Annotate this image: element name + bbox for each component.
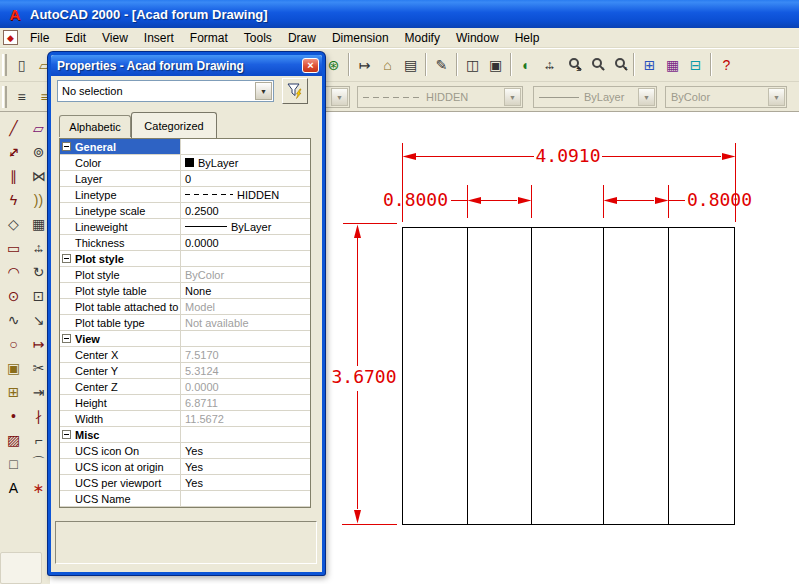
dim-left-label[interactable]: 0.8000: [383, 189, 448, 210]
property-value[interactable]: [181, 331, 310, 346]
break-icon[interactable]: ∤: [27, 404, 50, 427]
property-value[interactable]: Yes: [181, 475, 310, 490]
collapse-icon[interactable]: [62, 254, 71, 263]
plotstyle-control-combo[interactable]: ByColor ▼: [665, 86, 787, 108]
properties-dialog-titlebar[interactable]: Properties - Acad forum Drawing ×: [51, 55, 322, 76]
collapse-icon[interactable]: [62, 430, 71, 439]
array-icon[interactable]: ▦: [27, 212, 50, 235]
property-row-plot-style[interactable]: Plot styleByColor: [60, 267, 310, 283]
quick-dimension-icon[interactable]: ↦: [353, 53, 376, 76]
erase-icon[interactable]: ▱: [27, 116, 50, 139]
property-row-linetype-scale[interactable]: Linetype scale0.2500: [60, 203, 310, 219]
property-row-thickness[interactable]: Thickness0.0000: [60, 235, 310, 251]
property-row-ucs-icon-on[interactable]: UCS icon OnYes: [60, 443, 310, 459]
drawing-window-icon[interactable]: ◆: [3, 30, 18, 45]
menu-item-draw[interactable]: Draw: [280, 29, 324, 47]
polyline-icon[interactable]: ϟ: [2, 188, 25, 211]
toolbar-grip[interactable]: [2, 54, 7, 76]
offset-icon[interactable]: )): [27, 188, 50, 211]
match-properties-icon[interactable]: ✎: [430, 53, 453, 76]
property-value[interactable]: 0: [181, 171, 310, 186]
multiline-icon[interactable]: ∥: [2, 164, 25, 187]
property-row-layer[interactable]: Layer0: [60, 171, 310, 187]
property-value[interactable]: Not available: [181, 315, 310, 330]
construction-line-icon[interactable]: ↗↙: [2, 140, 25, 163]
scale-icon[interactable]: ⊡: [27, 284, 50, 307]
property-value[interactable]: [181, 139, 310, 154]
make-block-icon[interactable]: ⊞: [2, 380, 25, 403]
property-row-ucs-icon-at-origin[interactable]: UCS icon at originYes: [60, 459, 310, 475]
category-row-misc[interactable]: Misc: [60, 427, 310, 443]
tab-categorized[interactable]: Categorized: [131, 112, 217, 138]
layout-icon[interactable]: ▣: [484, 53, 507, 76]
property-value[interactable]: 0.0000: [181, 379, 310, 394]
property-value[interactable]: ByLayer: [181, 219, 310, 234]
property-value[interactable]: ByLayer: [181, 155, 310, 170]
region-icon[interactable]: □: [2, 452, 25, 475]
dimension-total-width[interactable]: 4.0910: [403, 143, 736, 222]
trim-icon[interactable]: ✂: [27, 356, 50, 379]
property-value[interactable]: 7.5170: [181, 347, 310, 362]
linetype-control-combo[interactable]: HIDDEN ▼: [357, 86, 523, 108]
menu-item-insert[interactable]: Insert: [136, 29, 182, 47]
menu-item-window[interactable]: Window: [448, 29, 507, 47]
properties-window-icon[interactable]: ⊞: [638, 53, 661, 76]
lineweight-dropdown-icon[interactable]: ▼: [638, 88, 655, 106]
quick-select-button[interactable]: [282, 78, 308, 104]
copy-icon[interactable]: ⊚: [27, 140, 50, 163]
property-value[interactable]: HIDDEN: [181, 187, 310, 202]
measure-ruler-icon[interactable]: ▤: [399, 53, 422, 76]
category-row-plot-style[interactable]: Plot style: [60, 251, 310, 267]
zoom-realtime-icon[interactable]: ±: [561, 53, 584, 76]
property-value[interactable]: Yes: [181, 459, 310, 474]
menu-item-file[interactable]: File: [22, 29, 57, 47]
property-row-ucs-per-viewport[interactable]: UCS per viewportYes: [60, 475, 310, 491]
property-value[interactable]: 0.0000: [181, 235, 310, 250]
zoom-previous-icon[interactable]: ‹: [607, 53, 630, 76]
dim-total-label[interactable]: 4.0910: [535, 145, 600, 166]
toolbar-grip-2[interactable]: [2, 86, 7, 108]
property-row-center-x[interactable]: Center X7.5170: [60, 347, 310, 363]
ellipse-icon[interactable]: ○: [2, 332, 25, 355]
dimension-left-panel[interactable]: 0.8000: [383, 185, 532, 218]
dim-height-label[interactable]: 3.6700: [331, 366, 396, 387]
property-value[interactable]: [181, 427, 310, 442]
menu-item-edit[interactable]: Edit: [57, 29, 94, 47]
property-value[interactable]: Yes: [181, 443, 310, 458]
dimension-right-panel[interactable]: 0.8000: [604, 185, 753, 218]
property-row-plot-style-table[interactable]: Plot style tableNone: [60, 283, 310, 299]
property-value[interactable]: 11.5672: [181, 411, 310, 426]
menu-item-view[interactable]: View: [94, 29, 136, 47]
menu-item-modify[interactable]: Modify: [397, 29, 448, 47]
hatch-icon[interactable]: ▨: [2, 428, 25, 451]
rectangle-icon[interactable]: ▭: [2, 236, 25, 259]
dimension-height[interactable]: 3.6700: [331, 224, 397, 525]
spline-icon[interactable]: ∿: [2, 308, 25, 331]
menu-item-format[interactable]: Format: [182, 29, 236, 47]
tab-alphabetic[interactable]: Alphabetic: [59, 115, 131, 137]
property-row-plot-table-attached-to[interactable]: Plot table attached toModel: [60, 299, 310, 315]
stretch-icon[interactable]: ↘: [27, 308, 50, 331]
explode-icon[interactable]: ∗: [27, 476, 50, 499]
collapse-icon[interactable]: [62, 334, 71, 343]
help-icon[interactable]: ?: [715, 53, 738, 76]
property-value[interactable]: None: [181, 283, 310, 298]
zoom-window-icon[interactable]: ▫: [584, 53, 607, 76]
property-row-linetype[interactable]: LinetypeHIDDEN: [60, 187, 310, 203]
designcenter-icon[interactable]: ▦: [661, 53, 684, 76]
arc-icon[interactable]: ◠: [2, 260, 25, 283]
dbconnect-icon[interactable]: ⊟: [684, 53, 707, 76]
selection-combo[interactable]: No selection ▼: [57, 80, 274, 102]
plotstyle-dropdown-icon[interactable]: ▼: [768, 88, 785, 106]
property-value[interactable]: 5.3124: [181, 363, 310, 378]
fillet-icon[interactable]: ⌒: [27, 452, 50, 475]
new-document-icon[interactable]: ▯: [10, 54, 33, 77]
chamfer-icon[interactable]: ⌐: [27, 428, 50, 451]
line-icon[interactable]: ╱: [2, 116, 25, 139]
model-space-icon[interactable]: ◫: [461, 53, 484, 76]
menu-item-help[interactable]: Help: [507, 29, 548, 47]
move-icon[interactable]: ↔↕: [27, 236, 50, 259]
linetype-dropdown-icon[interactable]: ▼: [504, 88, 521, 106]
lengthen-icon[interactable]: ↦: [27, 332, 50, 355]
menu-item-tools[interactable]: Tools: [236, 29, 280, 47]
